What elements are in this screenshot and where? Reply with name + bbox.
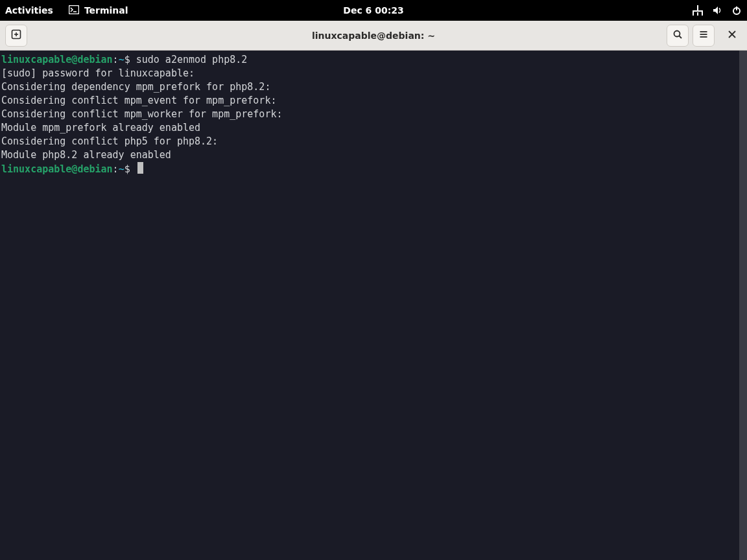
new-tab-button[interactable]	[5, 25, 27, 47]
svg-line-16	[680, 36, 682, 38]
prompt-sigil: $	[124, 163, 136, 175]
output-line: Considering conflict php5 for php8.2:	[1, 135, 218, 147]
prompt-path: ~	[119, 54, 124, 65]
prompt-sigil: $	[124, 54, 136, 65]
output-line: Considering conflict mpm_event for mpm_p…	[1, 95, 276, 106]
power-icon[interactable]	[731, 5, 742, 16]
svg-rect-7	[693, 10, 702, 12]
close-button[interactable]	[722, 26, 742, 45]
svg-rect-9	[702, 10, 703, 13]
search-icon	[672, 29, 683, 42]
output-line: Module php8.2 already enabled	[1, 149, 171, 161]
output-line: Module mpm_prefork already enabled	[1, 122, 200, 134]
cursor	[137, 162, 143, 174]
terminal-content[interactable]: linuxcapable@debian:~$ sudo a2enmod php8…	[0, 51, 739, 560]
svg-rect-0	[69, 5, 78, 14]
prompt-path: ~	[119, 163, 124, 175]
hamburger-icon	[698, 29, 709, 42]
terminal-viewport: linuxcapable@debian:~$ sudo a2enmod php8…	[0, 51, 747, 560]
svg-rect-3	[697, 12, 698, 16]
terminal-scrollbar[interactable]	[739, 51, 747, 560]
prompt-user-host: linuxcapable@debian	[1, 163, 113, 175]
clock[interactable]: Dec 6 00:23	[343, 5, 403, 16]
close-icon	[728, 29, 737, 41]
prompt-sep: :	[113, 54, 119, 65]
terminal-icon	[69, 5, 79, 16]
search-button[interactable]	[667, 25, 689, 47]
activities-button[interactable]: Activities	[5, 5, 53, 16]
network-icon[interactable]	[693, 5, 703, 16]
volume-icon[interactable]	[712, 5, 722, 16]
command-text: sudo a2enmod php8.2	[136, 54, 248, 65]
svg-rect-8	[693, 10, 694, 13]
menu-button[interactable]	[693, 25, 715, 47]
output-line: [sudo] password for linuxcapable:	[1, 67, 195, 79]
gnome-topbar: Activities Terminal Dec 6 00:23	[0, 0, 747, 21]
output-line: Considering conflict mpm_worker for mpm_…	[1, 108, 282, 120]
output-line: Considering dependency mpm_prefork for p…	[1, 81, 270, 93]
prompt-user-host: linuxcapable@debian	[1, 54, 113, 65]
new-tab-icon	[11, 29, 21, 42]
svg-rect-2	[697, 5, 698, 8]
window-title: linuxcapable@debian: ~	[312, 30, 435, 41]
prompt-sep: :	[113, 163, 119, 175]
svg-point-15	[674, 30, 680, 36]
active-app-name: Terminal	[84, 5, 128, 16]
window-headerbar: linuxcapable@debian: ~	[0, 21, 747, 51]
active-app-indicator[interactable]: Terminal	[69, 5, 128, 16]
